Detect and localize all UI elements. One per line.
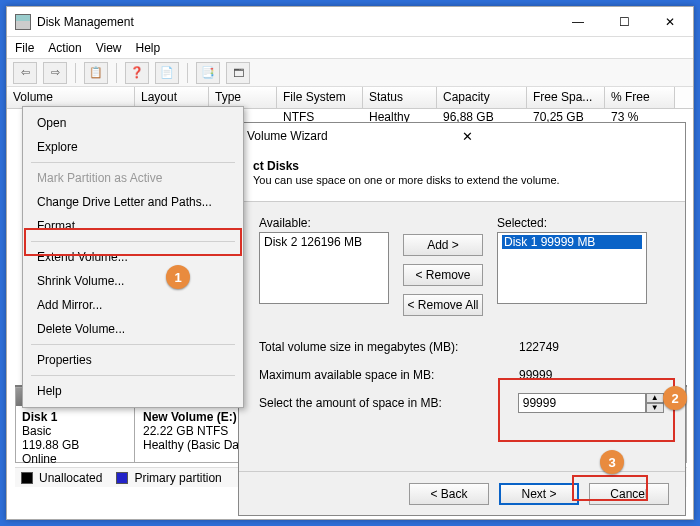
menu-file[interactable]: File [15,41,34,55]
badge-2: 2 [663,386,687,410]
toolbar-divider [75,63,76,83]
toolbar-icon[interactable]: 🗔 [226,62,250,84]
titlebar: Disk Management — ☐ ✕ [7,7,693,37]
total-size-value: 122749 [519,340,647,354]
menu-help[interactable]: Help [136,41,161,55]
ctx-extend-volume[interactable]: Extend Volume... [25,245,241,269]
selected-disks-list[interactable]: Disk 1 99999 MB [497,232,647,304]
col-volume[interactable]: Volume [7,87,135,108]
ctx-explore[interactable]: Explore [25,135,241,159]
close-button[interactable]: ✕ [647,8,693,36]
maximize-button[interactable]: ☐ [601,8,647,36]
ctx-delete-volume[interactable]: Delete Volume... [25,317,241,341]
disk-name: Disk 1 [22,410,57,424]
ctx-change-letter[interactable]: Change Drive Letter and Paths... [25,190,241,214]
col-filesystem[interactable]: File System [277,87,363,108]
available-label: Available: [259,216,389,230]
menubar: File Action View Help [7,37,693,59]
app-icon [15,14,31,30]
col-pfree[interactable]: % Free [605,87,675,108]
cancel-button[interactable]: Cancel [589,483,669,505]
spin-down-icon[interactable]: ▼ [646,403,664,413]
forward-icon[interactable]: ⇨ [43,62,67,84]
wizard-header: ct Disks You can use space on one or mor… [239,149,685,202]
window-title: Disk Management [37,15,555,29]
ctx-open[interactable]: Open [25,111,241,135]
remove-button[interactable]: < Remove [403,264,483,286]
next-button[interactable]: Next > [499,483,579,505]
toolbar-icon[interactable]: 📄 [155,62,179,84]
unallocated-swatch [21,472,33,484]
ctx-help[interactable]: Help [25,379,241,403]
toolbar: ⇦ ⇨ 📋 ❓ 📄 📑 🗔 [7,59,693,87]
back-button[interactable]: < Back [409,483,489,505]
menu-view[interactable]: View [96,41,122,55]
toolbar-icon[interactable]: 📋 [84,62,108,84]
badge-1: 1 [166,265,190,289]
toolbar-divider [187,63,188,83]
ctx-add-mirror[interactable]: Add Mirror... [25,293,241,317]
help-icon[interactable]: ❓ [125,62,149,84]
add-button[interactable]: Add > [403,234,483,256]
amount-spinner[interactable]: ▲ ▼ [518,393,665,413]
menu-action[interactable]: Action [48,41,81,55]
col-capacity[interactable]: Capacity [437,87,527,108]
col-status[interactable]: Status [363,87,437,108]
available-disks-list[interactable]: Disk 2 126196 MB [259,232,389,304]
max-space-value: 99999 [519,368,647,382]
col-free[interactable]: Free Spa... [527,87,605,108]
col-type[interactable]: Type [209,87,277,108]
ctx-shrink-volume[interactable]: Shrink Volume... [25,269,241,293]
primary-swatch [116,472,128,484]
col-layout[interactable]: Layout [135,87,209,108]
ctx-properties[interactable]: Properties [25,348,241,372]
context-menu: Open Explore Mark Partition as Active Ch… [22,106,244,408]
back-icon[interactable]: ⇦ [13,62,37,84]
wizard-close-button[interactable]: ✕ [462,129,677,144]
spin-up-icon[interactable]: ▲ [646,393,664,403]
minimize-button[interactable]: — [555,8,601,36]
selected-label: Selected: [497,216,647,230]
amount-input[interactable] [518,393,646,413]
toolbar-icon[interactable]: 📑 [196,62,220,84]
ctx-format[interactable]: Format... [25,214,241,238]
wizard-titlebar: Volume Wizard ✕ [239,123,685,149]
ctx-mark-active: Mark Partition as Active [25,166,241,190]
remove-all-button[interactable]: < Remove All [403,294,483,316]
wizard-footer: < Back Next > Cancel [239,471,685,515]
toolbar-divider [116,63,117,83]
badge-3: 3 [600,450,624,474]
